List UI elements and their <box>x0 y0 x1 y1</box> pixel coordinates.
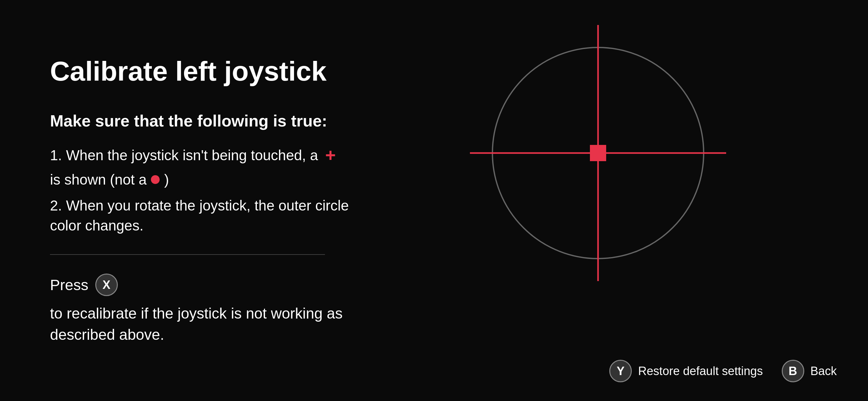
press-prefix: Press <box>50 274 88 295</box>
instruction-1-after: ) <box>164 170 169 190</box>
instruction-item-1: 1. When the joystick isn't being touched… <box>50 145 378 190</box>
divider <box>50 254 325 255</box>
crosshair-icon <box>322 147 339 163</box>
crosshair-center <box>590 145 606 161</box>
section-heading: Make sure that the following is true: <box>50 111 378 130</box>
back-label: Back <box>810 364 837 378</box>
instruction-1-text: 1. When the joystick isn't being touched… <box>50 145 378 190</box>
instruction-1-middle: is shown (not a <box>50 170 147 190</box>
bottom-bar: Y Restore default settings B Back <box>609 360 837 382</box>
instruction-item-2: 2. When you rotate the joystick, the out… <box>50 196 378 236</box>
instruction-1-number: 1. When the joystick isn't being touched… <box>50 145 318 165</box>
instruction-2-text: 2. When you rotate the joystick, the out… <box>50 196 378 236</box>
left-panel: Calibrate left joystick Make sure that t… <box>50 44 378 345</box>
restore-label: Restore default settings <box>638 364 763 378</box>
joystick-diagram <box>489 44 707 262</box>
x-button-badge: X <box>95 274 118 296</box>
dot-icon <box>151 175 160 184</box>
restore-action[interactable]: Y Restore default settings <box>609 360 763 382</box>
page-title: Calibrate left joystick <box>50 56 378 87</box>
instructions-list: 1. When the joystick isn't being touched… <box>50 145 378 236</box>
right-panel <box>378 44 818 262</box>
back-action[interactable]: B Back <box>782 360 837 382</box>
main-container: Calibrate left joystick Make sure that t… <box>0 0 868 401</box>
y-button-badge: Y <box>609 360 632 382</box>
press-suffix: to recalibrate if the joystick is not wo… <box>50 303 378 345</box>
press-instruction: Press X to recalibrate if the joystick i… <box>50 274 378 345</box>
b-button-badge: B <box>782 360 804 382</box>
